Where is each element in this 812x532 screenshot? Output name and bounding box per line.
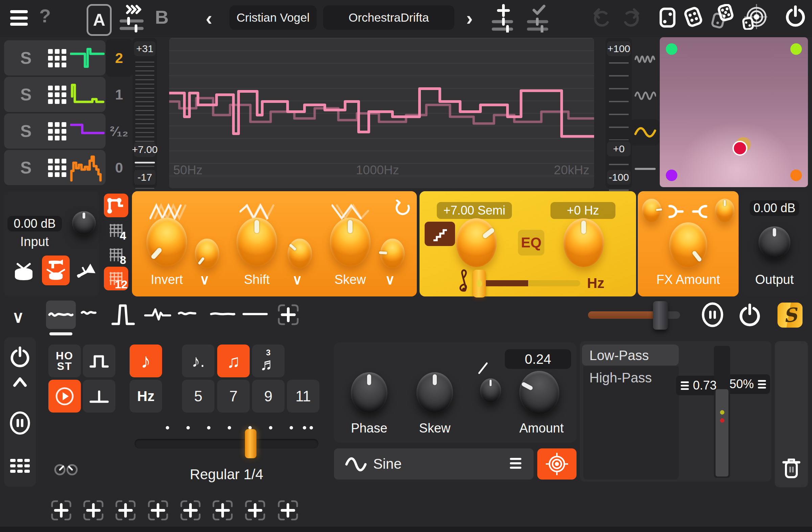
wave-slot-1[interactable] — [46, 301, 76, 329]
preset-bank-button[interactable]: Cristian Vogel — [229, 5, 317, 30]
invert-knob[interactable] — [146, 218, 187, 266]
lfo-amount-knob[interactable] — [519, 371, 559, 414]
add-lane-button[interactable] — [82, 499, 104, 521]
xy-corner-dot-orange[interactable] — [791, 170, 802, 181]
pause-modulation-button[interactable] — [700, 302, 725, 328]
delete-button[interactable] — [780, 456, 802, 480]
rate-slider-handle[interactable] — [245, 429, 257, 458]
output-knob[interactable] — [758, 226, 791, 258]
mod-depth-meter[interactable]: +100 +0 -100 — [606, 38, 632, 188]
mod-wave-fast-button[interactable] — [634, 51, 656, 68]
mod-wave-mid-button[interactable] — [634, 87, 656, 104]
grid-8-button[interactable]: 8 — [104, 244, 128, 265]
fx-mod-b-knob[interactable] — [715, 199, 735, 222]
hz-mode-button[interactable]: Hz — [130, 380, 162, 413]
section-power-button[interactable] — [738, 302, 762, 328]
xy-corner-dot-purple[interactable] — [666, 170, 677, 181]
source-row-1[interactable]: S — [4, 40, 105, 75]
shift-expand-chevron[interactable]: ∨ — [292, 272, 302, 287]
trigger-gate-button[interactable] — [83, 345, 115, 377]
add-wave-slot-button[interactable] — [277, 303, 300, 326]
randomize-all-button[interactable] — [710, 4, 734, 29]
input-mode-drums-button[interactable] — [10, 258, 37, 286]
matrix-grid-icon[interactable] — [48, 86, 66, 104]
preset-prev-button[interactable]: ‹ — [206, 7, 212, 29]
spectrum-display[interactable]: 50Hz 1000Hz 20kHz — [169, 38, 594, 188]
row-range-2-12[interactable]: ²⁄₁₂ — [105, 124, 133, 139]
add-lane-button[interactable] — [244, 499, 266, 521]
lfo-wave-select[interactable]: Sine — [334, 448, 534, 479]
redo-button[interactable] — [622, 8, 641, 28]
free-run-button[interactable] — [83, 380, 115, 413]
dry-wet-slider[interactable] — [588, 311, 680, 319]
confirm-save-button[interactable] — [526, 4, 551, 32]
row-range-0[interactable]: 0 — [105, 160, 133, 176]
lane-list-button[interactable] — [9, 457, 31, 475]
note-dotted-button[interactable]: ♪. — [182, 345, 215, 377]
copy-a-to-b-button[interactable] — [119, 5, 144, 32]
randomize-one-button[interactable] — [659, 7, 676, 28]
skew-depth-knob[interactable] — [380, 239, 405, 268]
row-range-2[interactable]: 2 — [105, 50, 133, 66]
lfo-mod-small-knob[interactable] — [480, 378, 501, 403]
add-lane-button[interactable] — [212, 499, 234, 521]
matrix-grid-icon[interactable] — [48, 122, 66, 141]
add-lane-button[interactable] — [147, 499, 169, 521]
skew-knob[interactable] — [330, 218, 371, 266]
wave-slot-3[interactable] — [111, 301, 141, 329]
note-pair-button[interactable]: ♫ — [217, 345, 250, 377]
eq-button[interactable]: EQ — [518, 230, 545, 256]
add-lane-button[interactable] — [277, 499, 299, 521]
wave-slot-7[interactable] — [240, 301, 270, 329]
source-row-3[interactable]: S — [4, 113, 105, 148]
source-row-4[interactable]: S — [4, 150, 105, 185]
fx-amount-knob[interactable] — [669, 222, 707, 268]
retrigger-button[interactable] — [48, 380, 81, 413]
xy-cursor[interactable] — [733, 141, 748, 156]
app-logo[interactable]: S — [778, 303, 802, 328]
rate-slider[interactable] — [135, 439, 318, 448]
lfo-skew-knob[interactable] — [417, 372, 453, 413]
row-range-1[interactable]: 1 — [105, 87, 133, 103]
bypass-button[interactable] — [786, 5, 805, 29]
grid-12-button[interactable]: 12 — [104, 267, 128, 290]
sync-host-button[interactable]: HOST — [48, 345, 81, 377]
skew-expand-chevron[interactable]: ∨ — [385, 272, 395, 287]
semitone-knob[interactable] — [456, 218, 497, 267]
input-knob[interactable] — [72, 211, 96, 235]
ab-slot-a-button[interactable]: A — [87, 4, 112, 36]
matrix-grid-icon[interactable] — [48, 49, 66, 67]
finetune-slider[interactable] — [482, 280, 580, 286]
save-preset-button[interactable] — [491, 4, 516, 32]
mod-target-button[interactable] — [537, 448, 577, 479]
filter-mix-badge[interactable]: 0.73 — [676, 376, 714, 395]
main-menu-button[interactable] — [10, 10, 28, 26]
wave-slot-6[interactable] — [208, 301, 237, 329]
filter-percent-badge[interactable]: 50% — [730, 374, 770, 394]
step-mode-button[interactable] — [104, 193, 128, 217]
shaper-reset-button[interactable] — [394, 199, 413, 218]
shift-knob[interactable] — [236, 218, 277, 266]
input-value[interactable]: 0.00 dB — [8, 216, 62, 231]
help-button[interactable]: ? — [39, 5, 51, 27]
solo-button[interactable]: S — [20, 48, 31, 68]
collapse-chevron[interactable]: ∨ — [12, 307, 24, 326]
preset-name-button[interactable]: OrchestraDrifta — [323, 5, 454, 30]
dry-wet-handle[interactable] — [653, 301, 668, 330]
source-row-2[interactable]: S — [4, 77, 105, 112]
add-lane-button[interactable] — [114, 499, 137, 521]
shift-depth-knob[interactable] — [288, 239, 312, 268]
mini-dial-icons[interactable] — [54, 463, 79, 476]
randomize-tilted-button[interactable] — [683, 5, 704, 28]
add-lane-button[interactable] — [50, 499, 72, 521]
preset-next-button[interactable]: › — [466, 7, 473, 29]
wave-slot-2[interactable] — [78, 301, 108, 329]
lane-pause-button[interactable] — [9, 411, 31, 435]
invert-expand-chevron[interactable]: ∨ — [200, 272, 209, 287]
filter-highpass-item[interactable]: High-Pass — [589, 370, 652, 386]
filter-mix-slider[interactable] — [714, 346, 730, 478]
tempo-sync-button[interactable]: ♪ — [130, 345, 162, 377]
input-mode-tonal-button[interactable] — [73, 258, 100, 286]
matrix-grid-icon[interactable] — [48, 159, 66, 177]
lane-send-up-button[interactable] — [9, 377, 31, 401]
